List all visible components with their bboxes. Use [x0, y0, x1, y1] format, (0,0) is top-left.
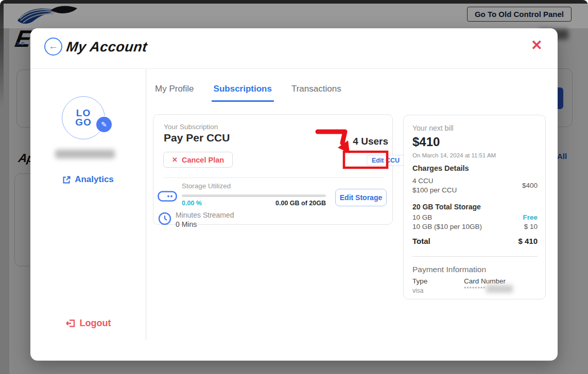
card-number-masked: ********	[464, 286, 486, 292]
subscription-card: Your Subscription Pay Per CCU 4 Users ✕ …	[153, 114, 393, 225]
next-bill-card: Your next bill $410 On March 14, 2024 at…	[403, 115, 546, 299]
account-tabs: My Profile Subscriptions Transactions	[153, 82, 343, 102]
logout-icon	[65, 318, 76, 328]
logout-button[interactable]: Logout	[30, 318, 146, 329]
cancel-plan-button[interactable]: ✕ Cancel Plan	[163, 152, 233, 168]
card-divider	[163, 177, 385, 178]
header-divider	[30, 68, 558, 69]
total-storage-heading: 20 GB Total Storage	[412, 203, 481, 211]
back-arrow-icon: ←	[48, 41, 58, 51]
subscription-label: Your Subscription	[164, 123, 218, 131]
bill-divider	[412, 256, 538, 257]
card-number-header: Card Number	[464, 277, 506, 285]
bill-amount: $410	[412, 135, 440, 149]
blurred-username	[55, 150, 115, 158]
avatar[interactable]: LO GO	[62, 96, 105, 139]
paid-storage-value: $ 10	[524, 223, 538, 230]
bill-date: On March 14, 2024 at 11:51 AM	[412, 152, 496, 158]
storage-progress-bar	[182, 194, 326, 197]
total-value: $ 410	[518, 237, 538, 245]
analytics-label: Analytics	[75, 174, 114, 185]
next-bill-label: Your next bill	[412, 124, 454, 132]
ccu-line-sub: $100 per CCU	[412, 186, 457, 194]
payment-type-value: visa	[412, 287, 423, 294]
minutes-streamed-label: Minutes Streamed	[176, 211, 234, 219]
avatar-text: GO	[75, 118, 92, 127]
free-storage-value: Free	[523, 213, 538, 221]
edit-ccu-button[interactable]: Edit CCU	[367, 155, 405, 166]
cancel-plan-label: Cancel Plan	[182, 156, 224, 164]
tab-my-profile[interactable]: My Profile	[153, 82, 196, 102]
page-title: My Account	[65, 39, 148, 55]
my-account-modal: ← My Account ✕ LO GO ✎ Analytics Logo	[30, 28, 558, 361]
charges-details-heading: Charges Details	[412, 164, 469, 172]
free-storage-label: 10 GB	[412, 213, 432, 221]
screenshot-root: E 3D Go To Old Control Panel Ap All ← My…	[0, 0, 588, 374]
payment-type-header: Type	[412, 277, 427, 285]
close-icon[interactable]: ✕	[531, 39, 543, 52]
storage-usage: 0.00 GB of 20GB	[182, 200, 326, 207]
external-link-icon	[62, 175, 71, 184]
back-button[interactable]: ←	[44, 38, 62, 56]
tab-transactions[interactable]: Transactions	[289, 82, 343, 102]
analytics-link[interactable]: Analytics	[30, 174, 146, 185]
blurred-card-digits	[486, 285, 513, 293]
sidebar-divider	[146, 69, 146, 340]
user-count: 4 Users	[353, 136, 388, 147]
storage-icon	[158, 191, 177, 202]
logout-label: Logout	[80, 318, 111, 329]
edit-storage-button[interactable]: Edit Storage	[335, 189, 387, 206]
minutes-streamed-value: 0 Mins	[176, 220, 197, 228]
pencil-icon: ✎	[101, 120, 107, 129]
ccu-line-value: $400	[522, 182, 538, 189]
plan-name: Pay Per CCU	[164, 132, 230, 144]
cancel-x-icon: ✕	[172, 156, 178, 164]
clock-icon	[158, 212, 171, 225]
payment-information-heading: Payment Information	[412, 265, 486, 274]
edit-avatar-button[interactable]: ✎	[96, 117, 112, 132]
ccu-line-label: 4 CCU	[412, 177, 434, 185]
storage-utilized-label: Storage Utilized	[182, 182, 231, 190]
tab-subscriptions[interactable]: Subscriptions	[212, 82, 274, 102]
total-label: Total	[412, 237, 430, 245]
paid-storage-label: 10 GB ($10 per 10GB)	[412, 223, 482, 230]
